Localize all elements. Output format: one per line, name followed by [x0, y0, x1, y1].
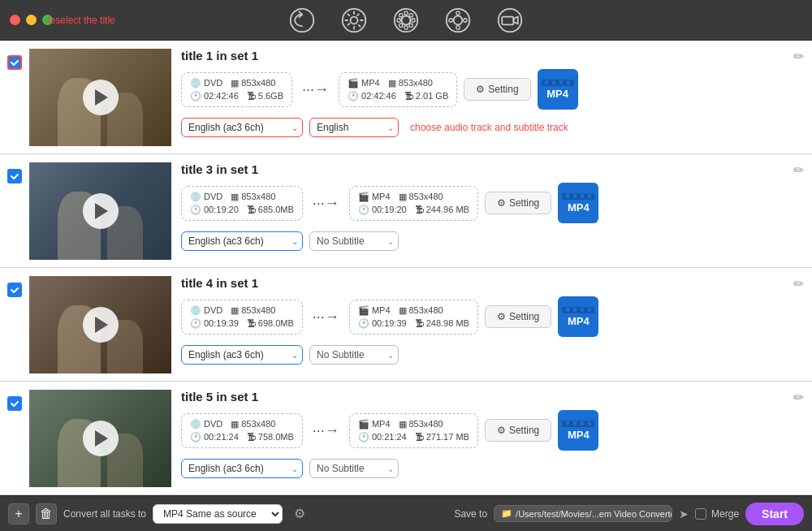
audio-track-wrapper-1: English (ac3 6ch) ⌄ — [181, 118, 303, 137]
close-button[interactable] — [10, 15, 20, 25]
size-icon-1: 🗜 — [247, 91, 256, 101]
svg-point-6 — [404, 25, 408, 28]
video-item-4: title 5 in set 1 💿 DVD ▦ 853x480 — [0, 382, 812, 495]
dvd-icon-3: 💿 — [190, 305, 201, 316]
output-resolution-icon-4: ▦ — [399, 419, 407, 430]
audio-subtitle-row-1: English (ac3 6ch) ⌄ English ⌄ choose aud… — [181, 118, 804, 137]
output-info-3: 🎬 MP4 ▦ 853x480 🕐 00:19:39 — [349, 300, 478, 335]
minimize-button[interactable] — [26, 15, 37, 25]
format-settings-button[interactable]: ⚙ — [289, 503, 310, 525]
save-label: Save to — [454, 508, 487, 520]
subtitle-track-select-3[interactable]: No Subtitle — [309, 345, 399, 365]
subtitle-track-select-4[interactable]: No Subtitle — [309, 459, 399, 478]
subtitle-track-select-2[interactable]: No Subtitle — [309, 231, 399, 251]
output-resolution-icon-1: ▦ — [388, 78, 396, 88]
toolbar — [287, 6, 525, 35]
start-button[interactable]: Start — [745, 503, 804, 525]
edit-icon-3[interactable]: ✏ — [793, 276, 804, 291]
film-reel-icon-1[interactable] — [391, 6, 421, 35]
audio-subtitle-hint: choose audio track and subtitle track — [410, 122, 568, 133]
clock-icon-2: 🕐 — [190, 205, 201, 215]
setting-button-3[interactable]: ⚙ Setting — [485, 305, 551, 328]
output-size-2: 🗜 244.96 MB — [415, 205, 469, 214]
resolution-icon-2: ▦ — [231, 192, 239, 202]
play-button-2[interactable] — [83, 193, 119, 229]
item-details-2: title 3 in set 1 💿 DVD ▦ 853x480 — [181, 162, 804, 251]
svg-point-3 — [395, 8, 417, 31]
output-clock-icon-1: 🕐 — [348, 91, 359, 101]
audio-track-select-4[interactable]: English (ac3 6ch) — [181, 459, 303, 478]
subtitle-track-wrapper-3: No Subtitle ⌄ — [309, 345, 399, 365]
delete-button[interactable]: 🗑 — [36, 503, 57, 525]
output-clock-icon-3: 🕐 — [358, 318, 369, 329]
subtitle-track-select-1[interactable]: English — [309, 118, 399, 137]
gear-icon-1: ⚙ — [476, 84, 485, 95]
convert-arrow-1: ···→ — [299, 81, 332, 98]
titlebar: deselect the title — [0, 0, 812, 41]
add-button[interactable]: + — [8, 503, 29, 525]
item-checkbox-1[interactable] — [7, 55, 22, 70]
checkbox-area-2 — [0, 162, 29, 183]
source-info-1: 💿 DVD ▦ 853x480 🕐 02:42:46 — [181, 72, 292, 107]
edit-icon-4[interactable]: ✏ — [793, 390, 804, 405]
audio-track-select-1[interactable]: English (ac3 6ch) — [181, 118, 303, 137]
item-checkbox-2[interactable] — [7, 169, 22, 183]
save-path[interactable]: 📁 /Users/test/Movies/...em Video Convert… — [494, 505, 672, 522]
item-checkbox-3[interactable] — [7, 283, 22, 297]
edit-icon-2[interactable]: ✏ — [793, 162, 804, 178]
thumbnail-1[interactable] — [29, 49, 171, 146]
source-duration-2: 🕐 00:19:20 — [190, 205, 239, 215]
play-button-3[interactable] — [83, 307, 119, 343]
output-resolution-2: ▦ 853x480 — [399, 192, 443, 202]
source-info-2: 💿 DVD ▦ 853x480 🕐 00:19:20 — [181, 186, 303, 221]
open-folder-button[interactable]: ➤ — [679, 507, 689, 520]
edit-icon-1[interactable]: ✏ — [793, 49, 804, 64]
source-info-4: 💿 DVD ▦ 853x480 🕐 00:21:24 — [181, 413, 303, 448]
output-size-icon-2: 🗜 — [415, 205, 424, 214]
audio-subtitle-row-3: English (ac3 6ch) ⌄ No Subtitle ⌄ — [181, 345, 804, 365]
setting-button-2[interactable]: ⚙ Setting — [485, 192, 551, 214]
setting-button-4[interactable]: ⚙ Setting — [485, 419, 551, 442]
source-duration-4: 🕐 00:21:24 — [190, 432, 239, 442]
bottom-bar: + 🗑 Convert all tasks to MP4 Same as sou… — [0, 495, 812, 531]
item-checkbox-4[interactable] — [7, 396, 22, 411]
mp4-badge-4: MP4 — [558, 410, 598, 451]
conversion-row-1: 💿 DVD ▦ 853x480 🕐 02:42:46 — [181, 69, 804, 110]
play-button-4[interactable] — [83, 421, 119, 456]
dvd-icon-2: 💿 — [190, 192, 201, 202]
svg-point-13 — [447, 8, 469, 31]
audio-track-select-2[interactable]: English (ac3 6ch) — [181, 231, 303, 251]
mp4-badge-2: MP4 — [558, 183, 598, 223]
merge-checkbox[interactable] — [695, 508, 706, 520]
thumbnail-3[interactable] — [29, 276, 171, 373]
item-details-4: title 5 in set 1 💿 DVD ▦ 853x480 — [181, 390, 804, 478]
video-item-2: title 3 in set 1 💿 DVD ▦ 853x480 — [0, 154, 812, 268]
settings-icon[interactable] — [339, 6, 369, 35]
size-icon-4: 🗜 — [247, 432, 256, 442]
thumbnail-4[interactable] — [29, 390, 171, 487]
setting-button-1[interactable]: ⚙ Setting — [464, 78, 530, 101]
item-title-1: title 1 in set 1 — [181, 49, 804, 63]
film-camera-icon[interactable] — [495, 6, 525, 35]
audio-track-select-3[interactable]: English (ac3 6ch) — [181, 345, 303, 365]
conversion-row-2: 💿 DVD ▦ 853x480 🕐 00:19:20 — [181, 183, 804, 223]
dvd-icon-1: 💿 — [190, 78, 201, 88]
source-format-1: 💿 DVD — [190, 78, 222, 88]
output-resolution-4: ▦ 853x480 — [399, 419, 443, 430]
thumbnail-2[interactable] — [29, 162, 171, 260]
svg-point-14 — [454, 15, 463, 24]
format-select[interactable]: MP4 Same as source — [153, 504, 283, 524]
deselect-label: deselect the title — [45, 15, 115, 26]
restore-icon[interactable] — [287, 6, 317, 35]
film-reel-icon-2[interactable] — [443, 6, 473, 35]
convert-label: Convert all tasks to — [63, 508, 146, 520]
output-clock-icon-4: 🕐 — [358, 432, 369, 442]
convert-arrow-3: ···→ — [309, 309, 343, 326]
output-size-3: 🗜 248.98 MB — [415, 318, 469, 328]
output-size-icon-4: 🗜 — [415, 432, 424, 442]
clock-icon-4: 🕐 — [190, 432, 201, 442]
play-button-1[interactable] — [83, 80, 119, 115]
output-info-1: 🎬 MP4 ▦ 853x480 🕐 02:42:46 — [339, 72, 457, 107]
output-duration-4: 🕐 00:21:24 — [358, 432, 407, 442]
audio-subtitle-row-4: English (ac3 6ch) ⌄ No Subtitle ⌄ — [181, 459, 804, 478]
